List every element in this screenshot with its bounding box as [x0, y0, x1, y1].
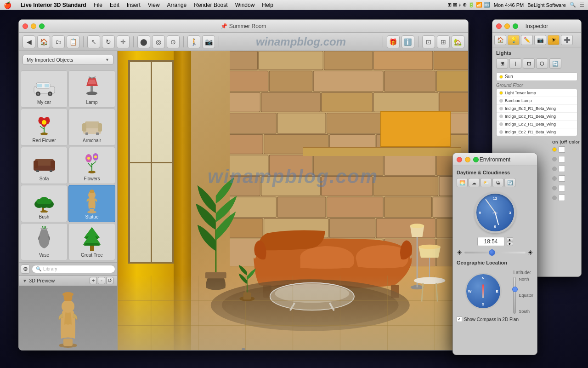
insp-sun-btn[interactable]: ☀: [548, 35, 560, 45]
menu-file[interactable]: File: [94, 2, 102, 8]
onoff-indicator-6[interactable]: [552, 196, 557, 200]
camera-tool[interactable]: ◎: [152, 35, 165, 48]
apple-menu[interactable]: 🍎: [4, 1, 11, 9]
main-canvas[interactable]: winampblog.com: [118, 51, 468, 350]
object-statue[interactable]: Statue: [68, 185, 115, 222]
refresh-button[interactable]: ↺: [106, 277, 113, 284]
view2d-tool[interactable]: ⊡: [422, 35, 435, 48]
object-mycar[interactable]: My car: [21, 70, 68, 108]
object-vase[interactable]: Vase: [21, 223, 68, 260]
library-search[interactable]: 🔍 Library: [32, 265, 115, 273]
object-bush[interactable]: Bush: [21, 185, 68, 222]
object-redflower[interactable]: Red Flower: [21, 109, 68, 146]
preview-header[interactable]: ▼ 3D Preview + - ↺: [19, 276, 117, 286]
onoff-indicator-2[interactable]: [552, 157, 557, 161]
zoom-out-button[interactable]: -: [98, 277, 105, 284]
select-tool[interactable]: ↖: [87, 35, 100, 48]
insp-room-btn[interactable]: 🏠: [494, 35, 506, 45]
object-greattree[interactable]: Great Tree: [68, 223, 115, 260]
light-type-3[interactable]: ⊡: [523, 58, 535, 69]
time-btn-4[interactable]: 🌤: [492, 178, 503, 187]
floors-btn[interactable]: 🏠: [37, 35, 50, 48]
object-armchair[interactable]: Armchair: [68, 109, 115, 146]
insp-photo-btn[interactable]: 📷: [534, 35, 546, 45]
menu-edit[interactable]: Edit: [110, 2, 119, 8]
minimize-button[interactable]: [31, 23, 36, 29]
brightness-track[interactable]: [464, 252, 526, 253]
menu-render[interactable]: Render Boost: [194, 2, 227, 8]
color-swatch-5[interactable]: [559, 185, 565, 191]
menu-help[interactable]: Help: [262, 2, 273, 8]
rotate-tool[interactable]: ↻: [102, 35, 115, 48]
light-item-3[interactable]: Indigo_Ed2_R1_Beta_Wing: [497, 105, 577, 113]
time-down-button[interactable]: ▼: [507, 242, 513, 246]
onoff-indicator-1[interactable]: [552, 147, 557, 152]
info-tool[interactable]: ℹ️: [401, 35, 414, 48]
time-btn-3[interactable]: ⛅: [481, 178, 492, 187]
orbit-tool[interactable]: ⊙: [167, 35, 180, 48]
search-menubar-icon[interactable]: 🔍: [570, 2, 576, 8]
menu-view[interactable]: View: [148, 2, 160, 8]
color-swatch-6[interactable]: [559, 195, 565, 201]
time-display[interactable]: 18:54: [477, 237, 505, 246]
figure-tool[interactable]: 🚶: [187, 35, 200, 48]
view3d-tool[interactable]: ⊞: [437, 35, 450, 48]
lat-track[interactable]: [513, 277, 516, 314]
env-close-button[interactable]: [457, 157, 462, 162]
object-sofa[interactable]: Sofa: [21, 147, 68, 184]
light-item-1[interactable]: Light Tower lamp: [497, 89, 577, 97]
menu-arrange[interactable]: Arrange: [167, 2, 187, 8]
list-btn[interactable]: 📋: [67, 35, 79, 48]
app-name[interactable]: Live Interior 3D Standard: [21, 2, 86, 8]
show-compass-checkbox[interactable]: ✓: [457, 316, 462, 322]
light-type-add[interactable]: 🔄: [549, 58, 561, 69]
time-btn-1[interactable]: 🌅: [457, 178, 468, 187]
photo-tool[interactable]: 📷: [202, 35, 215, 48]
color-swatch-1[interactable]: [559, 146, 565, 153]
time-up-button[interactable]: ▲: [507, 237, 513, 242]
settings-gear-icon[interactable]: ⚙: [21, 264, 30, 274]
close-button[interactable]: [23, 23, 28, 29]
resize-handle[interactable]: [242, 348, 245, 350]
light-type-4[interactable]: ⬡: [536, 58, 548, 69]
insp-plus-btn[interactable]: ➕: [561, 35, 573, 45]
onoff-indicator-5[interactable]: [552, 186, 557, 190]
move-tool[interactable]: ✛: [117, 35, 130, 48]
light-item-4[interactable]: Indigo_Ed2_R1_Beta_Wing: [497, 113, 577, 121]
menu-window[interactable]: Window: [235, 2, 255, 8]
object-lamp[interactable]: Lamp: [68, 70, 115, 108]
layers-btn[interactable]: 🗂: [52, 35, 65, 48]
env-maximize-button[interactable]: [473, 157, 479, 162]
obj-tool[interactable]: 🎁: [387, 35, 400, 48]
insp-light-btn[interactable]: 💡: [508, 35, 520, 45]
maximize-button[interactable]: [39, 23, 45, 29]
brightness-thumb[interactable]: [489, 249, 495, 256]
color-swatch-3[interactable]: [559, 166, 565, 172]
menubar-extra-icon[interactable]: ☰: [580, 2, 584, 8]
objects-dropdown[interactable]: My Imported Objects: [23, 55, 113, 65]
light-type-2[interactable]: |: [509, 58, 521, 69]
light-item-2[interactable]: Bamboo Lamp: [497, 97, 577, 105]
inspector-close-button[interactable]: [496, 23, 502, 29]
lat-thumb[interactable]: [512, 287, 518, 292]
light-item-5[interactable]: Indigo_Ed2_R1_Beta_Wing: [497, 121, 577, 128]
time-btn-2[interactable]: ☁: [469, 178, 480, 187]
inspector-minimize-button[interactable]: [504, 23, 510, 29]
light-type-1[interactable]: ⊞: [496, 58, 508, 69]
insp-edit-btn[interactable]: ✏️: [521, 35, 533, 45]
home-tool[interactable]: 🏡: [452, 35, 464, 48]
light-item-6[interactable]: Indigo_Ed2_R1_Beta_Wing: [497, 128, 577, 136]
onoff-indicator-3[interactable]: [552, 167, 557, 171]
inspector-maximize-button[interactable]: [513, 23, 518, 29]
back-btn[interactable]: ◀: [23, 35, 35, 48]
color-swatch-4[interactable]: [559, 175, 565, 182]
lights-sun-item[interactable]: Sun: [497, 73, 577, 80]
zoom-in-button[interactable]: +: [90, 277, 97, 284]
onoff-indicator-4[interactable]: [552, 176, 557, 181]
draw-tool[interactable]: ⬤: [137, 35, 150, 48]
menu-insert[interactable]: Insert: [127, 2, 141, 8]
object-flowers[interactable]: Flowers: [68, 147, 115, 184]
color-swatch-2[interactable]: [559, 156, 565, 162]
env-minimize-button[interactable]: [465, 157, 470, 162]
compass[interactable]: N S E W: [465, 273, 502, 310]
